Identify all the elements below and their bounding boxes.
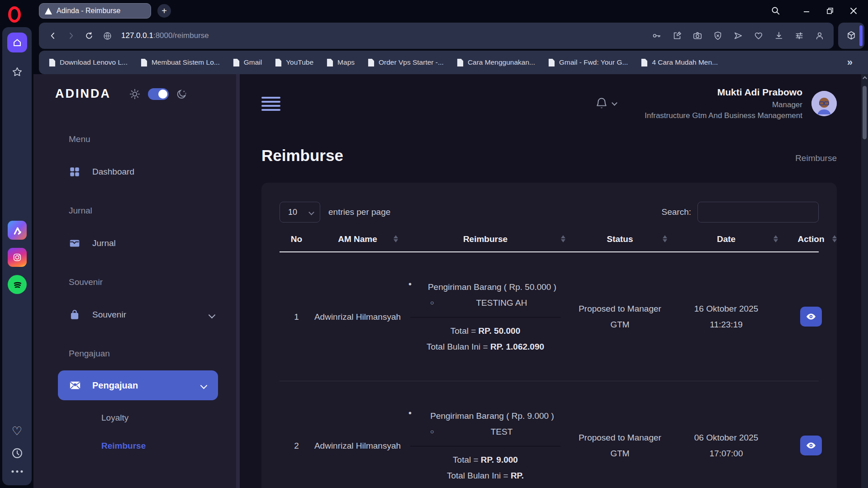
- home-button[interactable]: [7, 33, 27, 52]
- sub-bullet-icon: ○: [430, 424, 441, 440]
- extension-panel-button[interactable]: [838, 23, 864, 49]
- breadcrumb: Reimburse: [795, 153, 837, 163]
- opera-logo-icon[interactable]: [8, 6, 21, 23]
- close-window-button[interactable]: [844, 3, 863, 19]
- adinda-logo: ADINDA: [55, 87, 111, 101]
- send-to-device-icon[interactable]: [733, 31, 743, 41]
- moon-icon: [176, 88, 188, 100]
- sidebar-scrollbar[interactable]: [236, 74, 240, 488]
- sidebar-subitem-loyalty[interactable]: Loyalty: [56, 413, 240, 423]
- scroll-up-icon[interactable]: [863, 76, 867, 81]
- browser-tab[interactable]: Adinda - Reimburse: [39, 3, 151, 19]
- page-icon: [327, 58, 333, 67]
- bookmark-item[interactable]: Maps: [327, 58, 355, 67]
- site-info-globe-icon[interactable]: [100, 29, 114, 43]
- history-clock-icon[interactable]: [11, 447, 24, 460]
- sort-icon[interactable]: [663, 235, 667, 242]
- user-role: Manager: [645, 99, 802, 111]
- user-info: Mukti Adi Prabowo Manager Infrastructure…: [645, 85, 802, 122]
- col-header-no[interactable]: No: [280, 234, 313, 244]
- favorites-heart-icon[interactable]: ♡: [12, 424, 22, 438]
- spotify-app-icon[interactable]: [8, 275, 27, 294]
- view-button[interactable]: [800, 436, 822, 455]
- bookmark-item[interactable]: Membuat Sistem Lo...: [141, 58, 220, 67]
- aria-app-icon[interactable]: [8, 221, 27, 240]
- view-button[interactable]: [800, 307, 822, 327]
- back-icon[interactable]: [46, 29, 60, 43]
- user-avatar[interactable]: [811, 91, 837, 116]
- bookmarks-overflow-icon[interactable]: »: [847, 57, 858, 68]
- sidebar-subitem-reimburse[interactable]: Reimburse: [56, 441, 240, 451]
- bookmark-item[interactable]: Cara Menggunakan...: [457, 58, 535, 67]
- url-path: :8000/reimburse: [153, 31, 209, 40]
- address-bar[interactable]: 127.0.0.1:8000/reimburse: [39, 23, 834, 49]
- bookmarks-star-icon[interactable]: [10, 65, 24, 79]
- tab-strip: Adinda - Reimburse +: [33, 0, 868, 22]
- bookmark-item[interactable]: Order Vps Starter -...: [368, 58, 444, 67]
- tune-sliders-icon[interactable]: [794, 31, 804, 41]
- minimize-button[interactable]: [797, 3, 816, 19]
- nav-heading-pengajuan: Pengajuan: [69, 349, 240, 359]
- sort-icon[interactable]: [561, 235, 565, 242]
- page-scrollbar[interactable]: [861, 74, 868, 488]
- cube-icon: [846, 30, 857, 41]
- cell-no: 2: [280, 438, 313, 454]
- sort-icon[interactable]: [394, 235, 398, 242]
- bookmark-item[interactable]: Download Lenovo L...: [49, 58, 128, 67]
- theme-toggle[interactable]: [148, 88, 169, 100]
- bookmarks-bar: Download Lenovo L... Membuat Sistem Lo..…: [39, 51, 868, 74]
- col-header-date[interactable]: Date: [671, 234, 782, 244]
- notifications-button[interactable]: [595, 97, 617, 110]
- snapshot-camera-icon[interactable]: [693, 31, 702, 41]
- instagram-app-icon[interactable]: [8, 248, 27, 267]
- bookmark-item[interactable]: Gmail: [233, 58, 262, 67]
- url-text[interactable]: 127.0.0.1:8000/reimburse: [121, 31, 209, 40]
- restore-window-button[interactable]: [820, 3, 840, 19]
- pin-edit-icon[interactable]: [672, 31, 682, 41]
- dashboard-grid-icon: [69, 166, 81, 178]
- cell-reimburse: •Pengiriman Barang ( Rp. 50.000 ) ○TESTI…: [408, 279, 562, 355]
- forward-icon[interactable]: [64, 29, 78, 43]
- sidebar-item-souvenir[interactable]: Souvenir: [56, 309, 240, 321]
- tab-favicon-icon: [45, 8, 52, 14]
- sidebar-item-pengajuan[interactable]: Pengajuan: [58, 370, 218, 400]
- sub-bullet-icon: ○: [430, 295, 441, 311]
- download-icon[interactable]: [774, 31, 784, 41]
- col-header-reimburse[interactable]: Reimburse: [402, 234, 569, 244]
- page-icon: [548, 58, 555, 67]
- col-header-am-name[interactable]: AM Name: [313, 234, 402, 244]
- sun-icon: [129, 88, 141, 100]
- more-options-icon[interactable]: [11, 470, 23, 473]
- chevron-down-icon: [612, 100, 617, 106]
- chevron-down-icon: [209, 311, 216, 318]
- app-main: Mukti Adi Prabowo Manager Infrastructure…: [240, 74, 861, 488]
- page-icon: [233, 58, 240, 67]
- col-header-status[interactable]: Status: [569, 234, 671, 244]
- cell-am-name: Adwinrizal Hilmansyah: [313, 309, 402, 325]
- menu-hamburger-icon[interactable]: [261, 97, 280, 111]
- sort-icon[interactable]: [773, 235, 778, 242]
- sort-icon[interactable]: [832, 235, 837, 242]
- profile-person-icon[interactable]: [815, 31, 825, 41]
- col-header-action[interactable]: Action: [782, 234, 840, 244]
- tracker-shield-icon[interactable]: [713, 31, 723, 41]
- page-icon: [457, 58, 464, 67]
- scrollbar-thumb[interactable]: [863, 86, 867, 139]
- bookmark-heart-icon[interactable]: [754, 31, 764, 41]
- bookmark-item[interactable]: Gmail - Fwd: Your G...: [548, 58, 628, 67]
- new-tab-button[interactable]: +: [157, 4, 171, 18]
- chevron-down-icon: [200, 382, 208, 389]
- bookmark-item[interactable]: YouTube: [275, 58, 313, 67]
- entries-per-page-select[interactable]: 10: [280, 202, 320, 223]
- search-input[interactable]: [697, 202, 819, 223]
- search-icon[interactable]: [766, 3, 786, 19]
- reload-icon[interactable]: [82, 29, 96, 43]
- bookmark-item[interactable]: 4 Cara Mudah Men...: [641, 58, 718, 67]
- sidebar-item-dashboard[interactable]: Dashboard: [56, 166, 240, 178]
- eye-icon: [806, 311, 816, 322]
- table-header: No AM Name Reimburse Status Date Action: [280, 234, 819, 252]
- table-row: 2 Adwinrizal Hilmansyah •Pengiriman Bara…: [280, 381, 819, 488]
- password-key-icon[interactable]: [652, 31, 662, 41]
- opera-sidebar-panel: ♡: [2, 27, 32, 485]
- sidebar-item-jurnal[interactable]: Jurnal: [56, 237, 240, 249]
